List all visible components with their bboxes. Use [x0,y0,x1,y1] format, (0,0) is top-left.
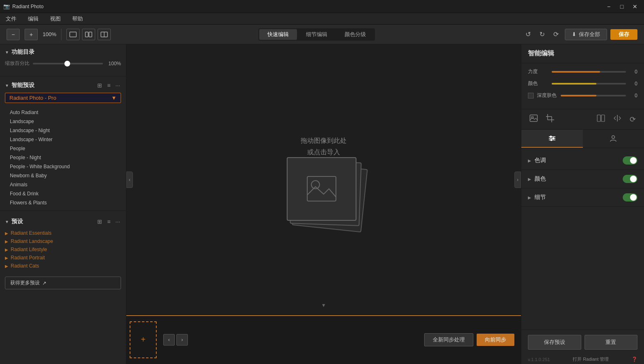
rotate-btn[interactable]: ⟳ [628,113,637,126]
crop-tool-btn[interactable] [544,112,556,126]
save-preset-button[interactable]: 保存预设 [528,335,581,350]
minimize-button[interactable]: − [603,2,614,11]
preset-auto-radiant[interactable]: Auto Radiant [0,108,126,117]
preset-newborn[interactable]: Newborn & Baby [0,171,126,180]
list-view-btn[interactable]: ≡ [106,81,111,89]
strength-slider[interactable] [552,71,626,73]
menu-help[interactable]: 帮助 [70,14,85,23]
folder-cats[interactable]: ▶ Radiant Cats [5,262,121,270]
menu-file[interactable]: 文件 [3,14,19,23]
more-options-btn[interactable]: ··· [114,81,121,89]
save-all-button[interactable]: ⬇ 保存全部 [565,29,607,40]
view-compare-button[interactable] [98,29,111,40]
strength-label: 力度 [528,68,548,75]
tab-detail-edit[interactable]: 细节编辑 [298,29,336,40]
panel-tab-sliders[interactable] [521,130,583,148]
image-tool-btn[interactable] [528,113,539,126]
adj-color-toggle[interactable] [623,175,637,183]
depth-value: 0 [629,93,637,98]
refresh-button[interactable]: ⟳ [550,29,562,40]
zoom-slider-thumb[interactable] [64,61,70,66]
adj-tone-expand: ▶ [528,158,531,163]
smart-preset-toggle[interactable]: ▼ [5,83,9,88]
compare-view-btn[interactable] [595,113,607,126]
depth-color-checkbox[interactable] [528,93,534,98]
zoom-slider-wrap [33,63,103,64]
function-dir-toggle[interactable]: ▼ [5,50,9,55]
folder-lifestyle[interactable]: ▶ Radiant Lifestyle [5,245,121,254]
redo-button[interactable]: ↻ [536,29,548,40]
undo-button[interactable]: ↺ [522,29,534,40]
preset-dropdown[interactable]: Radiant Photo - Pro ▼ [5,93,121,103]
preset-people-white[interactable]: People - White Background [0,162,126,171]
user-presets-toggle[interactable]: ▼ [5,220,9,224]
folder-essentials[interactable]: ▶ Radiant Essentials [5,229,121,237]
view-buttons [66,29,111,40]
toggle-detail-thumb [630,194,637,201]
preset-landscape-night[interactable]: Landscape - Night [0,126,126,135]
depth-slider[interactable] [561,95,626,96]
view-split-button[interactable] [82,29,95,40]
color-control-row: 颜色 0 [528,80,637,87]
folder-arrow-lifestyle: ▶ [5,247,8,252]
menu-view[interactable]: 视图 [48,14,63,23]
adj-color-header[interactable]: ▶ 颜色 [528,175,637,183]
adj-detail-toggle[interactable] [623,193,637,201]
filmstrip-add-icon: + [141,335,146,344]
canvas-area[interactable]: ‹ 拖动图像到此处 或点击导入 [126,44,521,315]
panel-tab-portrait[interactable] [583,130,644,148]
grid-view-btn[interactable]: ⊞ [96,81,103,89]
sync-forward-button[interactable]: 向前同步 [477,334,514,346]
strength-slider-fill [552,71,600,73]
reset-button[interactable]: 重置 [585,335,638,350]
svg-point-22 [612,136,615,139]
svg-rect-13 [597,115,601,121]
collapse-left-handle[interactable]: ‹ [126,172,133,188]
maximize-button[interactable]: □ [616,2,628,11]
user-list-view-btn[interactable]: ≡ [106,217,111,226]
preset-food-drink[interactable]: Food & Drink [0,189,126,198]
help-icon[interactable]: ❓ [632,357,637,362]
zoom-slider[interactable] [33,63,103,64]
user-more-options-btn[interactable]: ··· [114,217,121,226]
folder-portrait[interactable]: ▶ Radiant Portrait [5,254,121,262]
open-radiant-link[interactable]: 打开 Radiant 管理 [573,356,609,362]
dropdown-arrow-icon: ▼ [111,95,116,101]
preset-landscape[interactable]: Landscape [0,117,126,126]
preset-animals[interactable]: Animals [0,180,126,189]
menu-bar: 文件 编辑 视图 帮助 [0,13,644,25]
color-slider[interactable] [552,83,626,85]
folder-label-essentials: Radiant Essentials [11,230,51,236]
adj-color-expand: ▶ [528,177,531,181]
tab-color-grade[interactable]: 颜色分级 [336,29,374,40]
preset-people-night[interactable]: People - Night [0,153,126,162]
svg-point-20 [552,137,554,140]
collapse-right-handle[interactable]: › [514,172,521,188]
filmstrip-add-button[interactable]: + [130,321,157,358]
adj-detail-header[interactable]: ▶ 细节 [528,193,637,201]
preset-landscape-winter[interactable]: Landscape - Winter [0,135,126,144]
tab-quick-edit[interactable]: 快速编辑 [259,29,297,40]
view-single-button[interactable] [66,29,80,40]
menu-edit[interactable]: 编辑 [25,14,41,23]
preset-flowers[interactable]: Flowers & Plants [0,198,126,207]
filmstrip-next-button[interactable]: › [176,334,188,346]
zoom-label: 缩放百分比 [5,60,30,67]
get-more-presets-button[interactable]: 获得更多预设 ↗ [5,277,121,289]
adj-tone-toggle[interactable] [623,156,637,165]
batch-process-button[interactable]: 全新同步处理 [424,333,473,346]
flip-view-btn[interactable] [612,113,623,126]
zoom-in-button[interactable]: + [25,29,38,40]
folder-landscape[interactable]: ▶ Radiant Landscape [5,237,121,245]
folder-arrow-essentials: ▶ [5,231,8,236]
svg-rect-0 [70,32,76,37]
adj-tone-header[interactable]: ▶ 色调 [528,156,637,165]
function-dir-header: ▼ 功能目录 [5,48,121,56]
close-button[interactable]: ✕ [629,2,641,11]
zoom-out-button[interactable]: − [7,29,20,40]
get-more-label: 获得更多预设 [10,279,40,286]
save-button[interactable]: 保存 [610,29,637,40]
preset-people[interactable]: People [0,144,126,153]
filmstrip-prev-button[interactable]: ‹ [163,334,175,346]
user-grid-view-btn[interactable]: ⊞ [96,217,103,226]
